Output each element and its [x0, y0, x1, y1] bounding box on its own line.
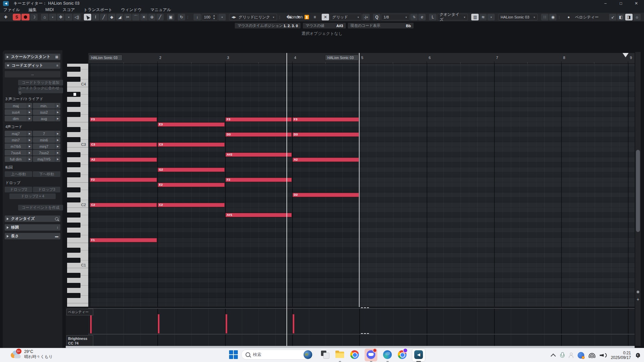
logical-editor-icon[interactable]: ▣ [167, 14, 174, 20]
chord-play-arrow-icon[interactable]: ▶ [27, 109, 32, 115]
drop-button[interactable]: ドロップ3 [33, 187, 60, 192]
zoom-tool[interactable]: ⊕ [148, 14, 156, 20]
assistant-tray-icon[interactable] [569, 353, 573, 358]
midi-note-F3[interactable]: F3 [225, 117, 292, 122]
inversion-button[interactable]: 下へ移動 [33, 171, 60, 177]
chord-button-7sus4[interactable]: 7sus4▶ [5, 150, 32, 156]
chord-play-arrow-icon[interactable]: ▶ [55, 131, 60, 136]
vertical-scrollbar-thumb[interactable] [636, 150, 640, 232]
black-key[interactable] [67, 283, 80, 288]
insert-velocity-dropdown[interactable]: ▼ [218, 14, 226, 20]
black-key[interactable] [67, 67, 80, 72]
midi-note-D2[interactable]: D2 [292, 193, 359, 197]
pin-icon[interactable]: ✚ [2, 14, 9, 20]
menu-item-2[interactable]: MIDI [45, 7, 54, 12]
chord-button-min7[interactable]: min7▶ [5, 137, 32, 143]
chord-play-arrow-icon[interactable]: ▶ [55, 137, 60, 143]
chord-play-arrow-icon[interactable]: ▶ [27, 156, 32, 162]
black-key[interactable] [67, 137, 80, 142]
chord-play-arrow-icon[interactable]: ▶ [27, 131, 32, 136]
midi-note-D3[interactable]: D3 [225, 132, 292, 137]
midi-note-C3[interactable]: C3 [158, 142, 225, 147]
inversion-button[interactable]: 上へ移動 [5, 171, 32, 177]
app-tray-icon[interactable] [578, 352, 584, 359]
section-chord-edit[interactable]: コードエディット ≡ [5, 62, 60, 69]
setup-toolbar-gear-icon[interactable]: ☼ [633, 14, 641, 20]
chord-button-minj7[interactable]: minj7▶ [33, 143, 60, 149]
add-chord-track-button[interactable]: コードトラックを追加 [18, 80, 63, 85]
chord-button-min-[interactable]: min.▶ [33, 103, 60, 109]
weather-widget[interactable]: 9+ 29°C 晴れ時々くもり [10, 349, 53, 361]
midi-note-F1[interactable]: F1 [90, 238, 157, 242]
chord-play-arrow-icon[interactable]: ▶ [27, 150, 32, 156]
chrome-button[interactable] [350, 350, 360, 360]
midi-note-E2[interactable]: E2 [158, 183, 225, 187]
velocity-bar[interactable] [292, 314, 294, 334]
chord-button-aug[interactable]: aug▶ [33, 116, 60, 121]
zoom-dot-button[interactable] [637, 291, 639, 293]
chord-button-min6[interactable]: min6▶ [33, 137, 60, 143]
chord-play-arrow-icon[interactable]: ▶ [27, 143, 32, 149]
draw-tool[interactable]: ╱ [100, 14, 107, 20]
midi-note-F3[interactable]: F3 [90, 117, 157, 122]
left-zone-toggle-icon[interactable]: ◧ [617, 14, 625, 20]
part-start-label[interactable]: HALion Sonic 03 [89, 55, 122, 61]
minimize-button[interactable]: – [598, 0, 613, 7]
object-selection-tool[interactable] [84, 14, 91, 20]
erase-tool[interactable]: ◆ [108, 14, 115, 20]
volume-icon[interactable] [600, 353, 606, 358]
right-zone-toggle-icon[interactable]: ◨ [625, 14, 633, 20]
midi-note-C3[interactable]: C3 [90, 142, 157, 147]
tray-overflow-chevron-icon[interactable] [551, 353, 556, 359]
section-length[interactable]: 長さ ▬ [5, 233, 60, 239]
trim-tool[interactable]: ◢ [116, 14, 123, 20]
midi-note-G2[interactable]: G2 [158, 168, 225, 172]
part-list-dropdown[interactable]: ▼ [487, 14, 495, 20]
chord-button-7[interactable]: 7▶ [33, 131, 60, 136]
midi-note-E3[interactable]: E3 [158, 122, 225, 127]
chord-button-maj7-5[interactable]: maj7/#5▶ [33, 156, 60, 162]
black-key[interactable] [67, 127, 80, 132]
black-key[interactable] [67, 162, 80, 167]
taskbar-search-box[interactable]: 検索 [241, 350, 314, 360]
midi-note-D3[interactable]: D3 [292, 132, 359, 137]
mute-tool[interactable]: ✕ [140, 14, 148, 20]
line-tool[interactable]: ╱ [156, 14, 164, 20]
nudge-up-icon[interactable]: ▲ [287, 14, 294, 20]
task-view-button[interactable] [320, 350, 330, 360]
event-colors-icon[interactable]: ● [565, 14, 572, 20]
independent-loop-icon[interactable]: ↻ [178, 14, 185, 20]
discord-button[interactable] [366, 350, 376, 360]
piano-keyboard[interactable]: C4C3C2C1 [67, 64, 88, 307]
midi-note-C2[interactable]: C2 [158, 203, 225, 207]
expand-tracks-icon[interactable]: ✥ [57, 14, 64, 20]
nudge-octave-up-icon[interactable]: ⏫ [303, 14, 310, 20]
chord-button-maj7[interactable]: maj7▶ [5, 131, 32, 136]
step-input-icon[interactable]: ↓ [194, 14, 201, 20]
menu-item-1[interactable]: 編集 [29, 7, 37, 13]
midi-note-A2[interactable]: A2 [292, 158, 359, 162]
midi-note-F2[interactable]: F2 [225, 178, 292, 182]
black-key[interactable] [67, 172, 80, 177]
chord-button-sus2[interactable]: sus2▶ [33, 109, 60, 115]
chord-button-sus4[interactable]: sus4▶ [5, 109, 32, 115]
part-end-handle-top[interactable] [361, 307, 369, 308]
record-button[interactable] [21, 14, 30, 20]
length-grid-link-dropdown[interactable]: ◀▶グリッドにリンク▼ [229, 14, 277, 20]
taskbar-clock[interactable]: 0:21 2025/09/17 [611, 351, 631, 360]
midi-note-F2[interactable]: F2 [90, 178, 157, 182]
chord-play-arrow-icon[interactable]: ▶ [55, 109, 60, 115]
create-chord-event-button[interactable]: コードイベントを作成 [18, 205, 63, 210]
black-key[interactable] [67, 258, 80, 263]
black-key[interactable] [67, 233, 80, 238]
event-colors-dropdown[interactable]: ベロシティー [573, 14, 600, 20]
black-key[interactable] [67, 293, 80, 298]
black-key[interactable] [67, 213, 80, 218]
midi-note-A#1[interactable]: A#1 [225, 213, 292, 217]
black-key[interactable] [67, 197, 80, 202]
section-scale-assistant[interactable]: スケールアシスタント ▦ [5, 54, 60, 60]
wifi-icon[interactable] [589, 353, 595, 358]
controller-lanes[interactable] [88, 308, 635, 347]
midi-input-icon[interactable]: ◉ [549, 14, 556, 20]
black-key[interactable] [67, 152, 80, 157]
